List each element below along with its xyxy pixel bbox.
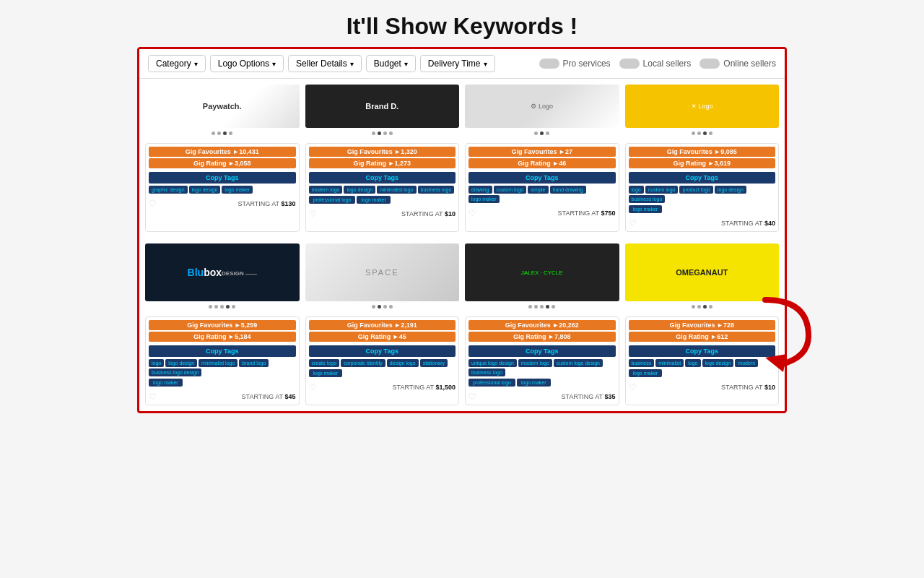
gig-footer-6: ♡ STARTING AT $1,500: [306, 381, 459, 395]
budget-filter[interactable]: Budget: [366, 55, 416, 72]
rating-2: Gig Rating ►1,273: [309, 158, 456, 168]
tag: business logo: [468, 368, 505, 376]
gig-footer-8: ♡ STARTING AT $10: [626, 381, 779, 395]
gig-footer-1: ♡ STARTING AT $130: [146, 197, 299, 212]
price-6: STARTING AT $1,500: [393, 384, 456, 391]
tag: business: [629, 359, 655, 367]
gig-info-3: Gig Favourites ►27 Gig Rating ►46 Copy T…: [466, 144, 619, 207]
gig-image-yellow: ☀ Logo: [625, 85, 780, 128]
row-2-cards: Gig Favourites ►5,259 Gig Rating ►5,184 …: [139, 311, 785, 411]
tag: custom logo: [494, 186, 527, 194]
tag: business logo: [629, 195, 666, 203]
favourites-4: Gig Favourites ►9,085: [629, 147, 776, 157]
gig-card-5: Gig Favourites ►5,259 Gig Rating ►5,184 …: [145, 316, 300, 405]
tag: product logo: [679, 186, 713, 194]
tag: logo: [149, 359, 164, 367]
rating-3: Gig Rating ►46: [468, 158, 616, 168]
tags-5-extra: logo maker: [149, 379, 296, 387]
tag: logo maker: [357, 196, 391, 204]
tag: logo design: [344, 186, 375, 194]
tag: simple: [528, 186, 548, 194]
price-5: STARTING AT $45: [242, 393, 296, 400]
tag: modern logo: [309, 186, 343, 194]
heart-icon-4: ♡: [629, 218, 637, 228]
tags-5: logo logo design minimalist logo brand l…: [149, 359, 296, 376]
tag: drawing: [468, 186, 492, 194]
tag: create logo: [309, 359, 340, 367]
price-1: STARTING AT $130: [238, 200, 296, 207]
filter-bar: Category Logo Options Seller Details Bud…: [139, 49, 785, 79]
tag: logo design: [189, 186, 221, 194]
tags-2-extra: professional logo logo maker: [309, 196, 456, 204]
price-2: STARTING AT $10: [401, 210, 456, 217]
tag: minimalist logo: [377, 186, 416, 194]
tags-6: create logo corporate identity design lo…: [309, 359, 456, 367]
tags-4: logo custom logo product logo logo desig…: [629, 186, 776, 203]
pro-services-switch[interactable]: [539, 59, 559, 69]
dots-1: [145, 129, 300, 137]
gig-image-paywatch: Paywatch.: [145, 85, 300, 128]
copy-tags-btn-5[interactable]: Copy Tags: [149, 345, 296, 357]
logo-options-filter[interactable]: Logo Options: [210, 55, 284, 72]
copy-tags-btn-7[interactable]: Copy Tags: [468, 345, 616, 357]
dots-5: [145, 303, 300, 311]
heart-icon-8: ♡: [629, 382, 637, 392]
category-filter[interactable]: Category: [148, 55, 206, 72]
svg-marker-0: [765, 354, 787, 372]
online-sellers-switch[interactable]: [699, 59, 720, 69]
heart-icon-1: ♡: [149, 199, 157, 209]
favourites-1: Gig Favourites ►10,431: [149, 147, 296, 157]
main-container: Category Logo Options Seller Details Bud…: [137, 47, 787, 413]
gig-image-blubox: Blubox DESIGN ——: [145, 243, 300, 301]
price-4: STARTING AT $40: [721, 220, 775, 227]
tag: brand logo: [239, 359, 269, 367]
gig-footer-7: ♡ STARTING AT $35: [466, 390, 619, 405]
toggle-group: Pro services Local sellers Online seller…: [539, 59, 776, 69]
tag: logo maker: [517, 379, 551, 387]
local-sellers-switch[interactable]: [619, 59, 640, 69]
tag: graphic design: [149, 186, 188, 194]
dots-4: [625, 129, 780, 137]
heart-icon-7: ♡: [468, 392, 476, 402]
heart-icon-6: ♡: [309, 382, 317, 392]
favourites-7: Gig Favourites ►20,262: [468, 320, 616, 330]
delivery-time-filter[interactable]: Delivery Time: [420, 55, 495, 72]
dots-3: [465, 129, 619, 137]
gig-card-1: Gig Favourites ►10,431 Gig Rating ►3,058…: [145, 143, 300, 232]
heart-icon-2: ♡: [309, 209, 317, 219]
tag: logo maker: [468, 195, 500, 203]
tag: logo maker: [309, 369, 343, 377]
dots-2: [305, 129, 460, 137]
gig-info-2: Gig Favourites ►1,320 Gig Rating ►1,273 …: [306, 144, 459, 207]
tag: stationary: [420, 359, 448, 367]
tag: hand drawing: [550, 186, 586, 194]
copy-tags-btn-4[interactable]: Copy Tags: [629, 172, 776, 184]
copy-tags-btn-1[interactable]: Copy Tags: [149, 172, 296, 184]
tag: logo design: [702, 359, 734, 367]
heart-icon-5: ♡: [149, 392, 157, 402]
online-sellers-toggle[interactable]: Online sellers: [699, 59, 776, 69]
pro-services-label: Pro services: [563, 59, 611, 69]
tag: custom logo: [645, 186, 679, 194]
local-sellers-toggle[interactable]: Local sellers: [619, 59, 692, 69]
tags-3: drawing custom logo simple hand drawing …: [468, 186, 616, 203]
pro-services-toggle[interactable]: Pro services: [539, 59, 611, 69]
tag: minimalist: [655, 359, 684, 367]
copy-tags-btn-3[interactable]: Copy Tags: [468, 172, 616, 184]
tag: logo: [685, 359, 700, 367]
gig-footer-2: ♡ STARTING AT $10: [306, 207, 459, 222]
gig-card-7: Gig Favourites ►20,262 Gig Rating ►7,808…: [465, 316, 619, 405]
seller-details-filter[interactable]: Seller Details: [288, 55, 362, 72]
copy-tags-btn-2[interactable]: Copy Tags: [309, 172, 456, 184]
tags-6-extra: logo maker: [309, 369, 456, 377]
tags-2: modern logo logo design minimalist logo …: [309, 186, 456, 194]
tag: logo maker: [149, 379, 183, 387]
copy-tags-btn-6[interactable]: Copy Tags: [309, 345, 456, 357]
tag: business logo: [418, 186, 455, 194]
gig-card-6: Gig Favourites ►2,191 Gig Rating ►45 Cop…: [305, 316, 460, 405]
online-sellers-label: Online sellers: [723, 59, 776, 69]
rating-5: Gig Rating ►5,184: [149, 332, 296, 342]
tag: logo maker: [222, 186, 253, 194]
tags-4-extra: logo maker: [629, 205, 776, 213]
arrow-decoration: [751, 293, 823, 365]
